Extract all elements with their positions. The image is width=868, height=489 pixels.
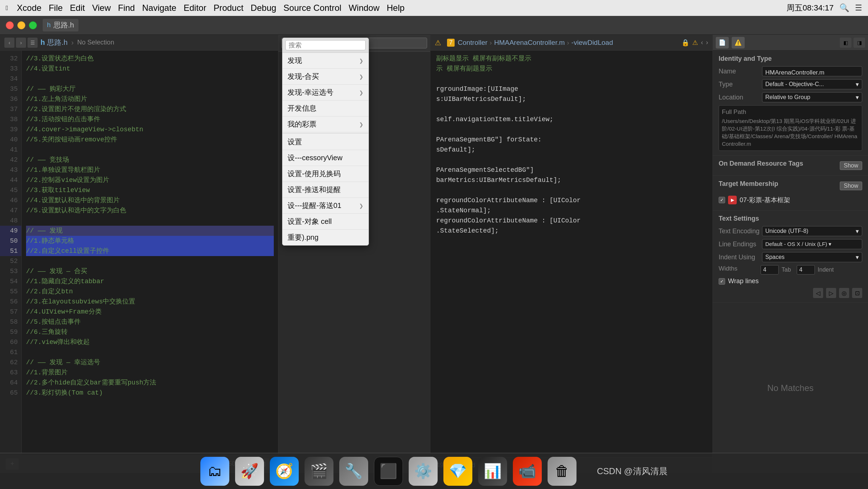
editor-file-name: 思路.h (47, 38, 68, 47)
menu-item-wodecp[interactable]: 我的彩票 ❯ (282, 116, 369, 132)
menu-item-duihuanma[interactable]: 设置-使用兑换码 (282, 166, 369, 182)
menubar-search-icon[interactable]: 🔍 (839, 3, 849, 13)
panel-right-button[interactable]: ◨ (854, 38, 865, 48)
line-num-47: 47 (0, 205, 21, 216)
menubar-file[interactable]: File (49, 3, 63, 13)
menubar-navigate[interactable]: Navigate (142, 3, 176, 13)
menubar-help[interactable]: Help (387, 3, 404, 13)
nav-forward-button[interactable]: › (16, 38, 26, 48)
menubar-edit[interactable]: Edit (70, 3, 85, 13)
indent-using-select[interactable]: Spaces ▾ (762, 252, 862, 262)
breadcrumb-method[interactable]: -viewDidLoad (571, 39, 613, 47)
warning-nav-icon[interactable]: ⚠ (692, 39, 698, 47)
menu-item-kaifa[interactable]: 开发信息 (282, 101, 369, 116)
dock-toolbox[interactable]: 🔧 (339, 457, 368, 486)
no-matches-text: No Matches (767, 383, 813, 393)
line-num-38: 38 (0, 114, 21, 124)
breadcrumb-file[interactable]: HMAArenaController.m (494, 39, 565, 47)
on-demand-show-button[interactable]: Show (840, 161, 862, 170)
menubar-window[interactable]: Window (349, 3, 379, 13)
code-right-content: 副标题显示 横屏有副标题不显示 示 横屏有副题显示 rgroundImage:[… (430, 51, 712, 457)
menubar-product[interactable]: Product (213, 3, 243, 13)
menu-item-shezhi[interactable]: 设置 (282, 134, 369, 150)
traffic-lights (6, 21, 37, 29)
encoding-row: Text Encoding Unicode (UTF-8) ▾ (719, 226, 862, 236)
menubar-editor[interactable]: Editor (184, 3, 207, 13)
target-name-label: 07-彩票-基本框架 (740, 196, 790, 204)
close-window-button[interactable] (6, 21, 14, 29)
encoding-select[interactable]: Unicode (UTF-8) ▾ (762, 226, 862, 236)
line-num-36: 36 (0, 94, 21, 104)
dock-safari[interactable]: 🧭 (270, 457, 299, 486)
menubar-view[interactable]: View (92, 3, 111, 13)
lock-icon[interactable]: 🔒 (681, 39, 689, 47)
minimize-window-button[interactable] (17, 21, 25, 29)
line-num-64: 64 (0, 378, 21, 388)
nav-list-button[interactable]: ☰ (27, 38, 38, 48)
dock-launchpad[interactable]: 🚀 (235, 457, 264, 486)
maximize-window-button[interactable] (29, 21, 37, 29)
menu-item-png[interactable]: 重要).png (282, 230, 369, 245)
inspector-name-label: Name (719, 68, 762, 75)
dock-trash[interactable]: 🗑 (548, 457, 576, 486)
code-right-line-11 (436, 155, 707, 165)
menubar-list-icon[interactable]: ☰ (855, 3, 862, 13)
menu-item-cell[interactable]: 设置-对象 cell (282, 214, 369, 230)
dock-video[interactable]: 📹 (513, 457, 542, 486)
inspector-file-button[interactable]: 📄 (716, 37, 729, 48)
code-right-line-6 (436, 104, 707, 114)
code-right-line-3 (436, 74, 707, 84)
menubar-debug[interactable]: Debug (251, 3, 276, 13)
breadcrumb-right: Controller › HMAArenaController.m › -vie… (458, 39, 613, 47)
menubar-source-control[interactable]: Source Control (284, 3, 341, 13)
line-num-50: 50 (0, 236, 21, 246)
inspector-btn-2[interactable]: ▷ (826, 288, 836, 298)
line-num-44: 44 (0, 175, 21, 185)
line-endings-select[interactable]: Default - OS X / Unix (LF) ▾ (762, 239, 862, 249)
dock-quicktime[interactable]: 🎬 (305, 457, 333, 486)
dock-deckset[interactable]: 📊 (478, 457, 507, 486)
wrap-lines-checkbox[interactable]: ✓ (719, 278, 725, 285)
menubar-xcode[interactable]: Xcode (17, 3, 42, 13)
tab-width-input[interactable]: 4 (761, 265, 779, 275)
inspector-btn-1[interactable]: ◁ (813, 288, 823, 298)
menubar-find[interactable]: Find (118, 3, 135, 13)
inspector-name-row: Name HMArenaController.m (719, 66, 862, 76)
inspector-name-input[interactable]: HMArenaController.m (762, 66, 862, 76)
panel-left-button[interactable]: ◧ (840, 38, 851, 48)
menu-item-faxian[interactable]: 发现 ❯ (282, 53, 369, 69)
indent-width-input[interactable]: 4 (797, 265, 815, 275)
inspector-location-select[interactable]: Relative to Group ▾ (762, 92, 862, 102)
editor-file-label: h 思路.h › No Selection (41, 38, 114, 47)
code-line-62: // —— 发现 — 幸运选号 (26, 357, 274, 367)
target-checkbox[interactable]: ✓ (719, 197, 725, 203)
inspector-warning-button[interactable]: ⚠️ (732, 37, 745, 48)
menu-item-linguan01[interactable]: 设---提醒-落送01 ❯ (282, 198, 369, 214)
line-num-58: 58 (0, 317, 21, 327)
code-content[interactable]: //3.设置状态栏为白色 //4.设置tint // —— 购彩大厅 //1.左… (22, 51, 278, 454)
nav-prev-icon[interactable]: ‹ (701, 39, 703, 47)
dock-terminal[interactable]: ⬛ (374, 457, 403, 486)
inspector-type-select[interactable]: Default - Objective-C... ▾ (762, 79, 862, 89)
code-line-65: //3.彩灯切换(Tom cat) (26, 388, 274, 398)
nav-next-icon[interactable]: › (706, 39, 708, 47)
title-tab[interactable]: h 思路.h (43, 19, 78, 31)
menu-item-tuisong[interactable]: 设置-推送和提醒 (282, 182, 369, 198)
menu-item-cessoryview[interactable]: 设---cessoryView (282, 150, 369, 166)
dock-settings[interactable]: ⚙️ (409, 457, 438, 486)
breadcrumb-sep2: › (567, 39, 569, 47)
dock-finder[interactable]: 🗂 (200, 457, 229, 486)
target-membership-show-button[interactable]: Show (840, 182, 862, 190)
code-line-32: //3.设置状态栏为白色 (26, 54, 274, 64)
menu-item-faxian-hema[interactable]: 发现-合买 ❯ (282, 69, 369, 85)
inspector-btn-3[interactable]: ◎ (839, 288, 849, 298)
inspector-btn-4[interactable]: ⊡ (852, 288, 862, 298)
text-settings-title: Text Settings (719, 215, 862, 222)
window-title: 思路.h (54, 20, 74, 30)
code-line-59: //6.三角旋转 (26, 327, 274, 337)
context-menu-search-input[interactable] (285, 40, 366, 50)
nav-back-button[interactable]: ‹ (4, 38, 14, 48)
menu-item-faxian-xingyun[interactable]: 发现-幸运选号 ❯ (282, 85, 369, 101)
breadcrumb-controller[interactable]: Controller (458, 39, 487, 47)
dock-sketch[interactable]: 💎 (443, 457, 472, 486)
